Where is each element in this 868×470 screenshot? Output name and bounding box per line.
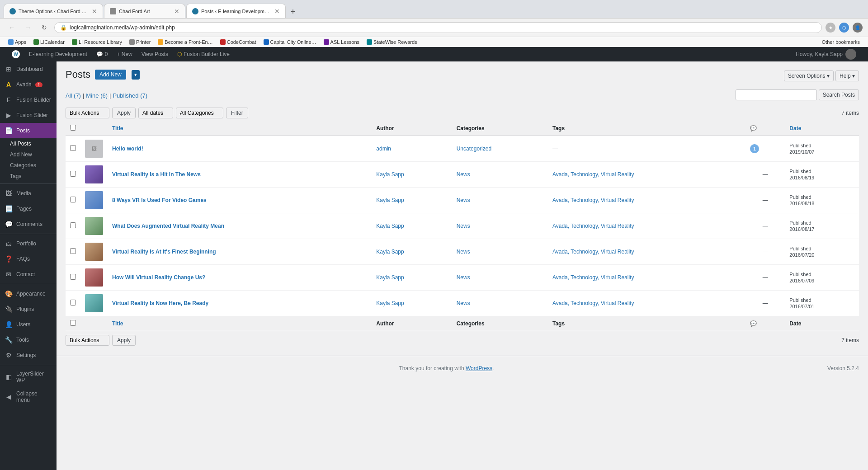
post-tags-link-2[interactable]: Avada, Technology, Virtual Reality	[552, 197, 634, 203]
post-title-link-5[interactable]: How Will Virtual Reality Change Us?	[112, 274, 205, 281]
row-checkbox-5[interactable]	[70, 274, 76, 280]
profile-icon[interactable]: 👤	[853, 23, 863, 33]
new-tab-button[interactable]: +	[287, 5, 299, 18]
sidebar-item-fusion-slider[interactable]: ▶ Fusion Slider	[0, 108, 57, 123]
row-checkbox-0[interactable]	[70, 145, 76, 151]
post-category-link-3[interactable]: News	[457, 223, 470, 229]
sidebar-item-dashboard[interactable]: ⊞ Dashboard	[0, 61, 57, 77]
row-checkbox-1[interactable]	[70, 171, 76, 177]
dates-filter-select[interactable]: All dates	[138, 108, 173, 118]
tab-close-1[interactable]: ✕	[92, 8, 97, 15]
post-category-link-4[interactable]: News	[457, 249, 470, 255]
post-tags-link-5[interactable]: Avada, Technology, Virtual Reality	[552, 274, 634, 281]
bulk-actions-select[interactable]: Bulk Actions	[66, 108, 109, 118]
forward-button[interactable]: →	[22, 21, 34, 34]
post-title-link-4[interactable]: Virtual Reality Is At It's Finest Beginn…	[112, 249, 216, 255]
bookmark-capital[interactable]: Capital City Online…	[261, 38, 319, 46]
add-new-button[interactable]: Add New	[95, 70, 126, 80]
post-tags-link-1[interactable]: Avada, Technology, Virtual Reality	[552, 171, 634, 178]
categories-filter-select[interactable]: All Categories	[176, 108, 223, 118]
view-posts-item[interactable]: View Posts	[137, 47, 173, 61]
bookmark-frontend[interactable]: Become a Front-En…	[155, 38, 215, 46]
post-category-link-0[interactable]: Uncategorized	[457, 146, 491, 152]
post-title-link-2[interactable]: 8 Ways VR Is Used For Video Games	[112, 197, 207, 203]
post-author-link-0[interactable]: admin	[376, 146, 391, 152]
sidebar-item-users[interactable]: 👤 Users	[0, 317, 57, 332]
sidebar-item-appearance[interactable]: 🎨 Appearance	[0, 286, 57, 301]
wordpress-link[interactable]: WordPress	[466, 365, 492, 371]
post-title-link-6[interactable]: Virtual Reality Is Now Here, Be Ready	[112, 300, 208, 306]
search-input[interactable]	[736, 89, 817, 100]
sidebar-item-portfolio[interactable]: 🗂 Portfolio	[0, 236, 57, 251]
bookmark-printer[interactable]: Printer	[127, 38, 153, 46]
post-tags-link-4[interactable]: Avada, Technology, Virtual Reality	[552, 249, 634, 255]
bookmark-statewise[interactable]: StateWise Rewards	[364, 38, 420, 46]
post-author-link-5[interactable]: Kayla Sapp	[376, 274, 404, 281]
post-category-link-2[interactable]: News	[457, 197, 470, 203]
comments-item[interactable]: 💬 0	[92, 47, 113, 61]
sidebar-subitem-all-posts[interactable]: All Posts	[0, 138, 57, 149]
row-checkbox-3[interactable]	[70, 222, 76, 228]
back-button[interactable]: ←	[5, 21, 18, 34]
sidebar-item-settings[interactable]: ⚙ Settings	[0, 348, 57, 363]
post-author-link-3[interactable]: Kayla Sapp	[376, 223, 404, 229]
title-footer-column[interactable]: Title	[108, 316, 372, 331]
browser-tab-3[interactable]: Posts ‹ E-learning Developmen… ✕	[186, 4, 286, 18]
select-all-footer-checkbox[interactable]	[70, 320, 76, 326]
filter-button[interactable]: Filter	[226, 108, 248, 118]
sidebar-item-media[interactable]: 🖼 Media	[0, 186, 57, 201]
sidebar-item-plugins[interactable]: 🔌 Plugins	[0, 301, 57, 317]
bottom-bulk-actions-select[interactable]: Bulk Actions	[66, 335, 109, 346]
post-title-link-3[interactable]: What Does Augmented Virtual Reality Mean	[112, 223, 224, 229]
sidebar-item-layerslider[interactable]: ◧ LayerSlider WP	[0, 367, 57, 387]
sidebar-subitem-tags[interactable]: Tags	[0, 171, 57, 182]
site-name-item[interactable]: E-learning Development	[24, 47, 92, 61]
bookmark-apps[interactable]: Apps	[5, 38, 29, 46]
post-title-link-1[interactable]: Virtual Reality Is a Hit In The News	[112, 171, 201, 178]
post-title-link-0[interactable]: Hello world!	[112, 146, 143, 152]
bookmark-licalendar[interactable]: LICalendar	[31, 38, 67, 46]
reload-button[interactable]: ↻	[38, 21, 51, 34]
bottom-apply-button[interactable]: Apply	[112, 335, 136, 346]
screen-options-button[interactable]: Screen Options ▾	[784, 70, 834, 81]
filter-mine-link[interactable]: Mine (6)	[86, 92, 108, 99]
comment-badge-0[interactable]: 1	[750, 144, 759, 153]
filter-published-link[interactable]: Published (7)	[113, 92, 147, 99]
tab-close-3[interactable]: ✕	[274, 8, 280, 15]
extensions-icon[interactable]: ⬡	[839, 23, 849, 33]
address-bar[interactable]: 🔒 logicalimagination.media/wp-admin/edit…	[54, 22, 822, 33]
sidebar-item-posts[interactable]: 📄 Posts	[0, 123, 57, 138]
howdy-item[interactable]: Howdy, Kayla Sapp	[791, 49, 861, 60]
post-category-link-6[interactable]: News	[457, 300, 470, 306]
post-tags-link-6[interactable]: Avada, Technology, Virtual Reality	[552, 300, 634, 306]
bookmark-li-resource[interactable]: LI Resource Library	[69, 38, 125, 46]
title-column-header[interactable]: Title	[108, 121, 372, 136]
post-category-link-1[interactable]: News	[457, 171, 470, 178]
sidebar-subitem-add-new[interactable]: Add New	[0, 149, 57, 160]
new-content-item[interactable]: + New	[112, 47, 137, 61]
date-column-header[interactable]: Date	[785, 121, 859, 136]
post-author-link-4[interactable]: Kayla Sapp	[376, 249, 404, 255]
star-icon[interactable]: ★	[826, 23, 835, 33]
filter-all-link[interactable]: All (7)	[66, 92, 81, 99]
tab-close-2[interactable]: ✕	[174, 8, 179, 15]
sidebar-item-contact[interactable]: ✉ Contact	[0, 267, 57, 282]
post-author-link-1[interactable]: Kayla Sapp	[376, 171, 404, 178]
fusion-builder-item[interactable]: ⬡ Fusion Builder Live	[173, 47, 234, 61]
apply-button[interactable]: Apply	[112, 108, 136, 118]
bookmark-codecombat[interactable]: CodeCombat	[217, 38, 259, 46]
sidebar-item-comments[interactable]: 💬 Comments	[0, 216, 57, 232]
help-button[interactable]: Help ▾	[835, 70, 859, 81]
wp-logo-item[interactable]: W	[7, 47, 24, 61]
sidebar-item-collapse[interactable]: ◀ Collapse menu	[0, 387, 57, 407]
post-category-link-5[interactable]: News	[457, 274, 470, 281]
row-checkbox-2[interactable]	[70, 197, 76, 202]
add-new-dropdown-button[interactable]: ▾	[132, 70, 140, 80]
post-author-link-6[interactable]: Kayla Sapp	[376, 300, 404, 306]
post-author-link-2[interactable]: Kayla Sapp	[376, 197, 404, 203]
row-checkbox-4[interactable]	[70, 248, 76, 254]
sidebar-item-faqs[interactable]: ❓ FAQs	[0, 251, 57, 267]
browser-tab-1[interactable]: Theme Options ‹ Chad Ford Art … ✕	[4, 4, 103, 18]
sidebar-item-avada[interactable]: A Avada 1	[0, 77, 57, 92]
sidebar-item-fusion-builder[interactable]: F Fusion Builder	[0, 92, 57, 108]
